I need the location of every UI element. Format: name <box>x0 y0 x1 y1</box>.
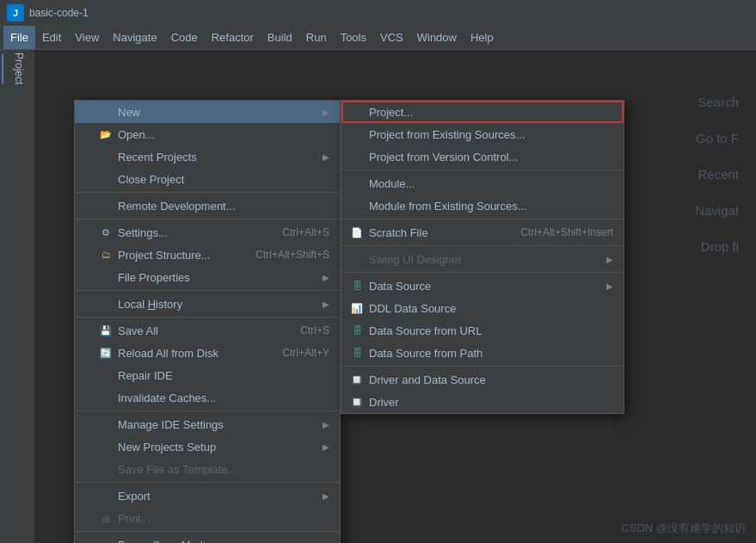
new-submenu-module-existing[interactable]: Module from Existing Sources... <box>341 194 624 217</box>
file-menu-save-file-template[interactable]: Save File as Template... <box>75 458 340 480</box>
project-new-icon <box>350 105 364 119</box>
new-submenu-data-source-path[interactable]: 🗄 Data Source from Path <box>341 342 624 364</box>
file-menu-new[interactable]: New ▶ <box>75 101 340 123</box>
menu-item-run[interactable]: Run <box>299 26 334 49</box>
file-menu-repair-ide[interactable]: Repair IDE <box>75 364 340 386</box>
new-submenu-data-source[interactable]: 🗄 Data Source ▶ <box>341 275 624 297</box>
new-submenu-swing-ui[interactable]: Swing UI Designer ▶ <box>341 248 624 270</box>
file-menu-open[interactable]: 📂 Open... <box>75 123 340 145</box>
menu-item-refactor[interactable]: Refactor <box>205 26 261 49</box>
sidebar-project-icon[interactable]: Project <box>2 53 33 84</box>
menu-item-view[interactable]: View <box>68 26 106 49</box>
data-source-arrow: ▶ <box>606 281 613 291</box>
file-menu-settings[interactable]: ⚙ Settings... Ctrl+Alt+S <box>75 221 340 244</box>
data-source-url-icon: 🗄 <box>350 324 364 337</box>
watermark: CSDN @没有难学的知识 <box>621 521 746 536</box>
open-icon: 📂 <box>99 127 113 141</box>
menu-item-vcs[interactable]: VCS <box>373 26 410 49</box>
data-source-icon: 🗄 <box>350 279 364 293</box>
scratch-file-icon: 📄 <box>350 225 364 239</box>
data-source-path-icon: 🗄 <box>350 346 364 360</box>
project-structure-icon: 🗂 <box>99 248 113 262</box>
project-existing-icon <box>350 127 364 141</box>
remote-dev-icon <box>99 199 113 213</box>
main-area: Project Search Go to F Recent Navigat Dr… <box>0 50 756 543</box>
new-submenu-data-source-url[interactable]: 🗄 Data Source from URL <box>341 319 624 342</box>
new-submenu-driver[interactable]: 🔲 Driver <box>341 391 624 413</box>
title-bar: J basic-code-1 <box>0 0 756 26</box>
repair-ide-icon <box>99 368 113 382</box>
menu-item-navigate[interactable]: Navigate <box>106 26 163 49</box>
file-menu-power-save-mode[interactable]: Power Save Mode <box>75 534 340 543</box>
new-submenu-ddl-data-source[interactable]: 📊 DDL Data Source <box>341 297 624 319</box>
file-menu-close-project[interactable]: Close Project <box>75 168 340 190</box>
new-projects-arrow: ▶ <box>323 442 329 452</box>
file-menu-dropdown: New ▶ 📂 Open... Recent Projects ▶ <box>74 100 341 543</box>
swing-ui-arrow: ▶ <box>606 255 613 264</box>
reload-icon: 🔄 <box>99 346 113 360</box>
file-properties-arrow: ▶ <box>323 273 329 282</box>
recent-projects-arrow: ▶ <box>323 152 329 162</box>
file-menu-remote-development[interactable]: Remote Development... <box>75 194 340 217</box>
file-menu-manage-ide-settings[interactable]: Manage IDE Settings ▶ <box>75 413 340 435</box>
driver-and-data-source-icon: 🔲 <box>350 373 364 386</box>
sidebar: Project <box>0 50 34 543</box>
file-menu-project-structure[interactable]: 🗂 Project Structure... Ctrl+Alt+Shift+S <box>75 244 340 266</box>
file-menu-save-all[interactable]: 💾 Save All Ctrl+S <box>75 319 340 342</box>
save-template-icon <box>99 462 113 476</box>
recent-projects-icon <box>99 150 113 164</box>
file-menu-export[interactable]: Export ▶ <box>75 484 340 507</box>
new-submenu-driver-and-data-source[interactable]: 🔲 Driver and Data Source <box>341 368 624 391</box>
menu-bar: File Edit View Navigate Code Refactor Bu… <box>0 26 756 50</box>
power-save-icon <box>99 538 113 543</box>
menu-item-file[interactable]: File <box>3 26 35 49</box>
file-menu-recent-projects[interactable]: Recent Projects ▶ <box>75 145 340 168</box>
new-submenu-project-vcs[interactable]: Project from Version Control... <box>341 145 624 168</box>
bg-hints: Search Go to F Recent Navigat Drop fi <box>695 84 739 265</box>
menu-item-edit[interactable]: Edit <box>35 26 68 49</box>
export-icon <box>99 489 113 503</box>
close-project-icon <box>99 172 113 186</box>
file-menu-local-history[interactable]: Local History ▶ <box>75 293 340 315</box>
new-submenu-project-existing[interactable]: Project from Existing Sources... <box>341 123 624 145</box>
local-history-arrow: ▶ <box>323 299 329 309</box>
ddl-data-source-icon: 📊 <box>350 301 364 315</box>
manage-ide-icon <box>99 417 113 431</box>
menu-item-build[interactable]: Build <box>261 26 299 49</box>
module-existing-icon <box>350 199 364 213</box>
new-arrow-icon: ▶ <box>323 108 329 117</box>
new-submenu-scratch-file[interactable]: 📄 Scratch File Ctrl+Alt+Shift+Insert <box>341 221 624 244</box>
local-history-icon <box>99 297 113 311</box>
new-submenu: Project... Project from Existing Sources… <box>341 100 624 414</box>
menu-item-help[interactable]: Help <box>464 26 501 49</box>
file-menu-file-properties[interactable]: File Properties ▶ <box>75 266 340 288</box>
manage-ide-arrow: ▶ <box>323 420 329 429</box>
menu-item-code[interactable]: Code <box>164 26 205 49</box>
new-submenu-module[interactable]: Module... <box>341 172 624 194</box>
file-properties-icon <box>99 270 113 284</box>
new-icon <box>99 105 113 119</box>
save-all-icon: 💾 <box>99 324 113 337</box>
new-submenu-project[interactable]: Project... <box>341 101 624 123</box>
file-menu-reload-all[interactable]: 🔄 Reload All from Disk Ctrl+Alt+Y <box>75 342 340 364</box>
project-vcs-icon <box>350 150 364 164</box>
app-logo: J <box>7 4 24 22</box>
window-title: basic-code-1 <box>29 7 89 19</box>
module-icon <box>350 176 364 190</box>
file-menu-print[interactable]: 🖨 Print... <box>75 507 340 529</box>
invalidate-caches-icon <box>99 391 113 404</box>
print-icon: 🖨 <box>99 511 113 525</box>
export-arrow: ▶ <box>323 491 329 501</box>
menu-item-window[interactable]: Window <box>410 26 464 49</box>
file-menu-invalidate-caches[interactable]: Invalidate Caches... <box>75 386 340 409</box>
settings-icon: ⚙ <box>99 225 113 239</box>
file-menu-new-projects-setup[interactable]: New Projects Setup ▶ <box>75 435 340 458</box>
swing-ui-icon <box>350 252 364 266</box>
driver-icon: 🔲 <box>350 395 364 409</box>
content-area: Search Go to F Recent Navigat Drop fi Ne… <box>34 50 756 543</box>
menu-item-tools[interactable]: Tools <box>334 26 373 49</box>
new-projects-icon <box>99 440 113 454</box>
